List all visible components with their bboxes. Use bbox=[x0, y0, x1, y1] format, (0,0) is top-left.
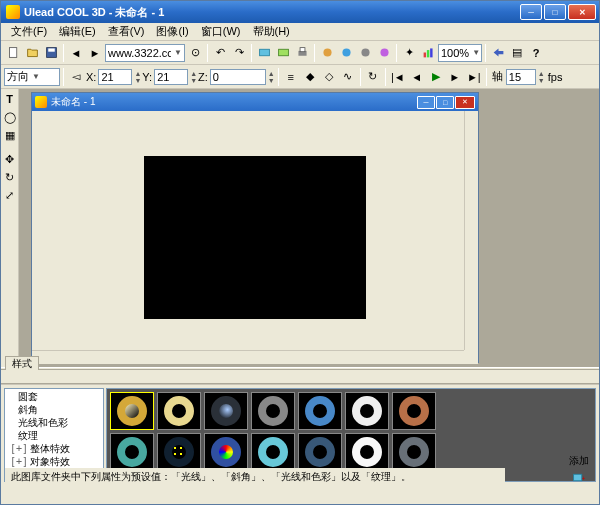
z-up[interactable]: ▲ bbox=[268, 70, 275, 77]
render1-button[interactable] bbox=[318, 44, 336, 62]
export-button[interactable] bbox=[489, 44, 507, 62]
svg-rect-13 bbox=[430, 48, 432, 57]
fwd-button[interactable]: ► bbox=[86, 44, 104, 62]
last-frame-button[interactable]: ►| bbox=[465, 68, 483, 86]
thumbnail[interactable] bbox=[392, 433, 436, 471]
curve-button[interactable]: ∿ bbox=[339, 68, 357, 86]
z-input[interactable] bbox=[210, 69, 266, 85]
tree-item[interactable]: 光线和色彩 bbox=[6, 416, 102, 429]
maximize-button[interactable]: □ bbox=[544, 4, 566, 20]
thumbnail[interactable] bbox=[157, 433, 201, 471]
url-input[interactable] bbox=[108, 47, 171, 59]
render-canvas[interactable] bbox=[144, 156, 366, 319]
settings-button[interactable]: ▤ bbox=[508, 44, 526, 62]
tree-item[interactable]: 圆套 bbox=[6, 390, 102, 403]
save-button[interactable] bbox=[42, 44, 60, 62]
thumbnail[interactable] bbox=[110, 392, 154, 430]
thumbnail[interactable] bbox=[298, 433, 342, 471]
x-input[interactable] bbox=[98, 69, 132, 85]
prev-key-button[interactable]: ◅ bbox=[67, 68, 85, 86]
x-up[interactable]: ▲ bbox=[134, 70, 141, 77]
menu-image[interactable]: 图像(I) bbox=[150, 23, 194, 40]
thumbnail[interactable] bbox=[157, 392, 201, 430]
x-dn[interactable]: ▼ bbox=[134, 77, 141, 84]
menu-edit[interactable]: 编辑(E) bbox=[53, 23, 102, 40]
add-button[interactable]: + bbox=[569, 468, 587, 486]
tab-style[interactable]: 样式 bbox=[5, 356, 39, 370]
tree-item[interactable]: 纹理 bbox=[6, 429, 102, 442]
scrollbar-horizontal[interactable] bbox=[32, 350, 464, 364]
close-button[interactable]: ✕ bbox=[568, 4, 596, 20]
redo-button[interactable]: ↷ bbox=[230, 44, 248, 62]
tree-item[interactable]: [+]对象特效 bbox=[6, 455, 102, 468]
text-tool-button[interactable]: T bbox=[2, 91, 18, 107]
url-combo[interactable]: ▼ bbox=[105, 44, 185, 62]
f-dn[interactable]: ▼ bbox=[538, 77, 545, 84]
key-add-button[interactable]: ◆ bbox=[301, 68, 319, 86]
tool-a-button[interactable] bbox=[255, 44, 273, 62]
timeline-icon[interactable]: ≡ bbox=[282, 68, 300, 86]
bg-tool-button[interactable]: ▦ bbox=[2, 127, 18, 143]
tool-b-button[interactable] bbox=[274, 44, 292, 62]
back-button[interactable]: ◄ bbox=[67, 44, 85, 62]
mode-value: 方向 bbox=[7, 69, 29, 84]
wand-button[interactable]: ✦ bbox=[400, 44, 418, 62]
f-up[interactable]: ▲ bbox=[538, 70, 545, 77]
help-button[interactable]: ? bbox=[527, 44, 545, 62]
new-button[interactable] bbox=[4, 44, 22, 62]
thumbnail[interactable] bbox=[110, 433, 154, 471]
print-button[interactable] bbox=[293, 44, 311, 62]
render2-button[interactable] bbox=[337, 44, 355, 62]
y-label: Y: bbox=[142, 71, 152, 83]
thumbnail[interactable] bbox=[251, 392, 295, 430]
first-frame-button[interactable]: |◄ bbox=[389, 68, 407, 86]
rotate-tool-button[interactable]: ↻ bbox=[2, 169, 18, 185]
tree-item[interactable]: 斜角 bbox=[6, 403, 102, 416]
shape-tool-button[interactable]: ◯ bbox=[2, 109, 18, 125]
svg-rect-3 bbox=[259, 49, 269, 56]
scrollbar-vertical[interactable] bbox=[464, 111, 478, 350]
play-button[interactable]: ▶ bbox=[427, 68, 445, 86]
child-min-button[interactable]: ─ bbox=[417, 96, 435, 109]
undo-button[interactable]: ↶ bbox=[211, 44, 229, 62]
y-up[interactable]: ▲ bbox=[190, 70, 197, 77]
loop-button[interactable]: ↻ bbox=[364, 68, 382, 86]
prev-frame-button[interactable]: ◄ bbox=[408, 68, 426, 86]
thumbnail[interactable] bbox=[392, 392, 436, 430]
svg-rect-6 bbox=[300, 48, 305, 52]
menu-window[interactable]: 窗口(W) bbox=[195, 23, 247, 40]
y-dn[interactable]: ▼ bbox=[190, 77, 197, 84]
y-input[interactable] bbox=[154, 69, 188, 85]
mode-combo[interactable]: 方向▼ bbox=[4, 68, 60, 86]
svg-point-10 bbox=[380, 48, 388, 56]
thumbnail[interactable] bbox=[345, 392, 389, 430]
go-button[interactable]: ⊙ bbox=[186, 44, 204, 62]
render3-button[interactable] bbox=[356, 44, 374, 62]
thumbnail[interactable] bbox=[204, 433, 248, 471]
torus-preview bbox=[399, 396, 429, 426]
x-label: X: bbox=[86, 71, 96, 83]
thumbnail[interactable] bbox=[345, 433, 389, 471]
zoom-combo[interactable]: 100%▼ bbox=[438, 44, 482, 62]
open-button[interactable] bbox=[23, 44, 41, 62]
frames-input[interactable] bbox=[506, 69, 536, 85]
menu-file[interactable]: 文件(F) bbox=[5, 23, 53, 40]
menu-help[interactable]: 帮助(H) bbox=[247, 23, 296, 40]
chart-button[interactable] bbox=[419, 44, 437, 62]
child-close-button[interactable]: ✕ bbox=[455, 96, 475, 109]
thumbnail[interactable] bbox=[204, 392, 248, 430]
move-tool-button[interactable]: ✥ bbox=[2, 151, 18, 167]
key-del-button[interactable]: ◇ bbox=[320, 68, 338, 86]
thumbnail[interactable] bbox=[251, 433, 295, 471]
tree-item[interactable]: [+]整体特效 bbox=[6, 442, 102, 455]
thumbnail[interactable] bbox=[298, 392, 342, 430]
scale-tool-button[interactable]: ⤢ bbox=[2, 187, 18, 203]
minimize-button[interactable]: ─ bbox=[520, 4, 542, 20]
next-frame-button[interactable]: ► bbox=[446, 68, 464, 86]
render4-button[interactable] bbox=[375, 44, 393, 62]
child-max-button[interactable]: □ bbox=[436, 96, 454, 109]
z-label: Z: bbox=[198, 71, 208, 83]
menu-view[interactable]: 查看(V) bbox=[102, 23, 151, 40]
torus-preview bbox=[117, 437, 147, 467]
z-dn[interactable]: ▼ bbox=[268, 77, 275, 84]
